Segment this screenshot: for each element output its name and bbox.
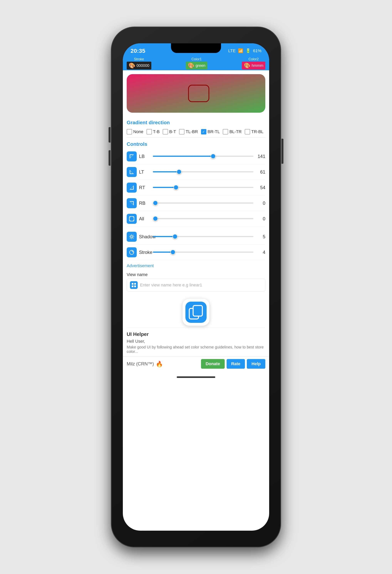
all-thumb[interactable]	[153, 216, 158, 221]
settings-icon	[129, 234, 135, 240]
lt-slider[interactable]	[153, 171, 253, 173]
divider-1	[127, 137, 265, 137]
svg-rect-13	[132, 286, 134, 287]
shadow-icon-button[interactable]	[127, 232, 137, 242]
rb-thumb[interactable]	[153, 201, 158, 205]
all-slider[interactable]	[153, 218, 253, 220]
stroke-icon-button[interactable]	[127, 247, 137, 257]
dir-none-checkbox[interactable]	[127, 129, 132, 134]
shadow-value: 5	[256, 234, 265, 239]
all-icon-button[interactable]	[127, 214, 137, 224]
lt-icon-button[interactable]	[127, 167, 137, 177]
all-label: All	[139, 216, 151, 222]
all-value: 0	[256, 216, 265, 222]
screen-bezel: 20:35 ✉ ▶ N LTE 📶 🔋 61%	[123, 43, 269, 531]
app-header: Stroke 🎨 000000 Color1 🎨 green	[123, 57, 269, 70]
svg-rect-16	[193, 306, 202, 316]
rb-slider[interactable]	[153, 203, 253, 204]
dir-brtl[interactable]: BR-TL	[201, 129, 220, 134]
lb-arrow-icon	[129, 154, 135, 159]
color2-value: hmmm	[252, 63, 263, 68]
svg-line-2	[130, 186, 134, 189]
lb-slider[interactable]	[153, 156, 253, 157]
dir-tb-checkbox[interactable]	[147, 129, 152, 134]
rt-fill	[153, 187, 176, 188]
lt-thumb[interactable]	[176, 169, 182, 174]
svg-line-0	[130, 155, 134, 158]
all-track	[153, 218, 253, 219]
dir-trbl[interactable]: TR-BL	[245, 129, 264, 134]
footer-branding: Milz (CRN™) 🔥	[127, 361, 163, 367]
shadow-track	[153, 236, 253, 237]
svg-rect-11	[132, 283, 134, 285]
advertisement-label: Advertisement	[127, 263, 265, 268]
rate-button[interactable]: Rate	[227, 359, 245, 369]
stroke-label: Stroke	[134, 57, 144, 61]
lt-label: LT	[139, 169, 151, 175]
shadow-thumb[interactable]	[173, 234, 177, 239]
dir-tb-label: T-B	[153, 129, 160, 134]
dir-bt[interactable]: B-T	[163, 129, 176, 134]
dir-bt-checkbox[interactable]	[163, 129, 168, 134]
rt-slider[interactable]	[153, 187, 253, 188]
dir-tb[interactable]: T-B	[147, 129, 160, 134]
svg-point-9	[131, 236, 133, 238]
help-button[interactable]: Help	[247, 359, 265, 369]
rt-thumb[interactable]	[174, 185, 178, 190]
view-name-input-row[interactable]: Enter view name here e.g linear1	[127, 279, 265, 291]
gradient-preview	[127, 74, 265, 113]
app-footer: Milz (CRN™) 🔥 Donate Rate Help	[123, 356, 269, 371]
rb-slider-row: RB 0	[127, 196, 265, 211]
dir-bltr[interactable]: BL-TR	[223, 129, 242, 134]
svg-rect-12	[134, 283, 136, 285]
content-area: Gradient direction None T-B B-T	[123, 117, 269, 356]
donate-button[interactable]: Donate	[201, 359, 225, 369]
ui-helper-section: UI Helper Hell User, Make good UI by fol…	[127, 328, 265, 356]
shadow-slider[interactable]	[153, 236, 253, 238]
controls-title: Controls	[127, 138, 265, 149]
rt-icon-button[interactable]	[127, 183, 137, 193]
lb-icon-button[interactable]	[127, 151, 137, 162]
phone-shell: 20:35 ✉ ▶ N LTE 📶 🔋 61%	[111, 27, 281, 547]
fire-icon: 🔥	[156, 361, 163, 367]
view-name-placeholder[interactable]: Enter view name here e.g linear1	[140, 283, 202, 287]
dir-brtl-checkbox[interactable]	[201, 129, 206, 134]
view-name-label: View name	[127, 272, 265, 277]
color1-section: Color1 🎨 green	[186, 57, 207, 70]
stroke-color-button[interactable]: 🎨 000000	[127, 62, 151, 70]
color2-button[interactable]: 🎨 hmmm	[242, 62, 265, 70]
dir-tlbr[interactable]: TL-BR	[179, 129, 198, 134]
ui-helper-title: UI Helper	[127, 330, 265, 338]
lt-slider-row: LT 61	[127, 164, 265, 180]
color1-label: Color1	[191, 57, 202, 61]
gradient-direction-title: Gradient direction	[127, 117, 265, 127]
gradient-preview-inner	[188, 85, 209, 102]
color1-button[interactable]: 🎨 green	[186, 62, 207, 70]
dir-tlbr-checkbox[interactable]	[179, 129, 184, 134]
color2-section: Color2 🎨 hmmm	[242, 57, 265, 70]
app-logo-inner	[185, 302, 207, 323]
color1-palette-icon: 🎨	[188, 62, 195, 69]
rb-icon-button[interactable]	[127, 198, 137, 208]
all-slider-row: All 0	[127, 211, 265, 227]
dir-bltr-label: BL-TR	[229, 129, 242, 134]
dir-trbl-checkbox[interactable]	[245, 129, 250, 134]
battery-percent: 61%	[253, 48, 261, 53]
stroke-slider[interactable]	[153, 252, 253, 253]
stroke-track	[153, 252, 253, 253]
dir-bltr-checkbox[interactable]	[223, 129, 228, 134]
stroke-slider-label: Stroke	[139, 250, 151, 255]
battery-icon: 🔋	[245, 48, 251, 53]
rt-slider-row: RT 54	[127, 180, 265, 196]
svg-line-1	[130, 170, 134, 174]
dir-none[interactable]: None	[127, 129, 143, 134]
stroke-thumb[interactable]	[170, 250, 176, 255]
lb-track	[153, 156, 253, 157]
lb-thumb[interactable]	[211, 154, 216, 159]
lt-fill	[153, 171, 179, 172]
logo-section	[127, 293, 265, 328]
rt-arrow-icon	[129, 185, 135, 190]
dir-none-label: None	[133, 129, 143, 134]
rt-label: RT	[139, 185, 151, 190]
stroke-palette-icon: 🎨	[129, 62, 135, 69]
